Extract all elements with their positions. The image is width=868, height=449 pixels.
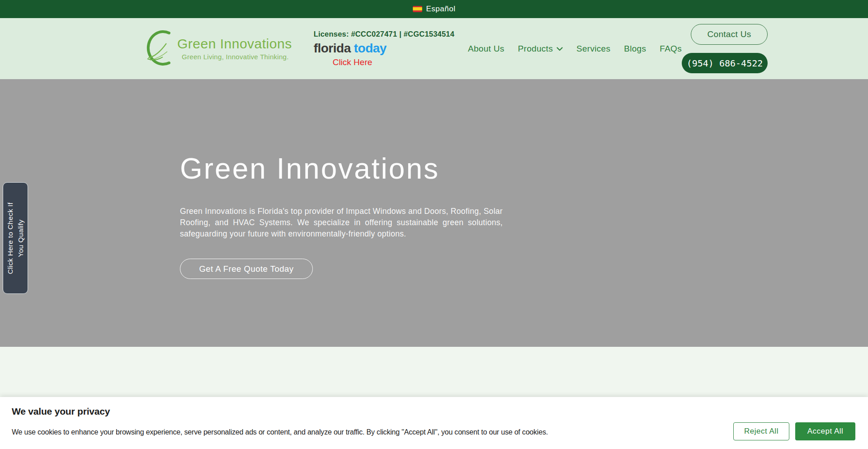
chevron-down-icon: [557, 47, 563, 51]
hero-section: Green Innovations Green Innovations is F…: [0, 79, 868, 347]
header-actions: Contact Us (954) 686-4522: [682, 24, 768, 73]
nav-label-products: Products: [518, 44, 553, 54]
florida-today-logo[interactable]: floridatoday: [314, 42, 454, 55]
contact-us-button[interactable]: Contact Us: [691, 24, 768, 45]
nav-label-services: Services: [576, 44, 610, 54]
click-here-link[interactable]: Click Here: [333, 57, 373, 67]
cookie-banner-message: We use cookies to enhance your browsing …: [12, 428, 590, 436]
lower-section: [0, 347, 868, 397]
qualify-tab-line1: Click Here to Check If: [5, 202, 15, 274]
nav-item-faqs[interactable]: FAQs: [660, 44, 682, 54]
cookie-banner-title: We value your privacy: [12, 406, 855, 417]
logo-tagline: Green Living, Innovative Thinking.: [182, 53, 292, 61]
logo-leaf-icon: [142, 30, 175, 68]
main-nav: About Us Products Services Blogs FAQs: [468, 44, 682, 54]
nav-label-about-us: About Us: [468, 44, 505, 54]
language-label: Español: [426, 5, 456, 14]
nav-item-products[interactable]: Products: [518, 44, 563, 54]
nav-label-blogs: Blogs: [624, 44, 646, 54]
cookie-banner-buttons: Reject All Accept All: [733, 422, 855, 440]
nav-item-about-us[interactable]: About Us: [468, 44, 505, 54]
licenses-text: Licenses: #CCC027471 | #CGC1534514: [314, 30, 454, 38]
logo[interactable]: Green Innovations Green Living, Innovati…: [142, 30, 292, 68]
free-quote-button[interactable]: Get A Free Quote Today: [180, 259, 313, 279]
licenses-label: Licenses:: [314, 30, 349, 38]
hero-title: Green Innovations: [180, 154, 688, 183]
reject-all-button[interactable]: Reject All: [733, 422, 789, 440]
spain-flag-icon: [413, 6, 422, 12]
site-header: Green Innovations Green Living, Innovati…: [0, 18, 868, 79]
language-switcher[interactable]: Español: [413, 5, 456, 14]
qualify-check-tab[interactable]: Click Here to Check If You Qualify: [3, 182, 28, 294]
accept-all-button[interactable]: Accept All: [795, 422, 855, 440]
logo-name: Green Innovations: [177, 37, 292, 51]
cookie-consent-banner: We value your privacy We use cookies to …: [0, 397, 868, 449]
florida-today-word2: today: [354, 41, 387, 55]
credentials-block: Licenses: #CCC027471 | #CGC1534514 flori…: [314, 30, 454, 67]
nav-item-services[interactable]: Services: [576, 44, 610, 54]
language-bar: Español: [0, 0, 868, 18]
licenses-numbers: #CCC027471 | #CGC1534514: [351, 30, 454, 38]
florida-today-word1: florida: [314, 41, 351, 55]
hero-description: Green Innovations is Florida's top provi…: [180, 206, 503, 240]
nav-label-faqs: FAQs: [660, 44, 682, 54]
nav-item-blogs[interactable]: Blogs: [624, 44, 646, 54]
qualify-tab-line2: You Qualify: [15, 202, 26, 274]
phone-number-button[interactable]: (954) 686-4522: [682, 53, 768, 73]
